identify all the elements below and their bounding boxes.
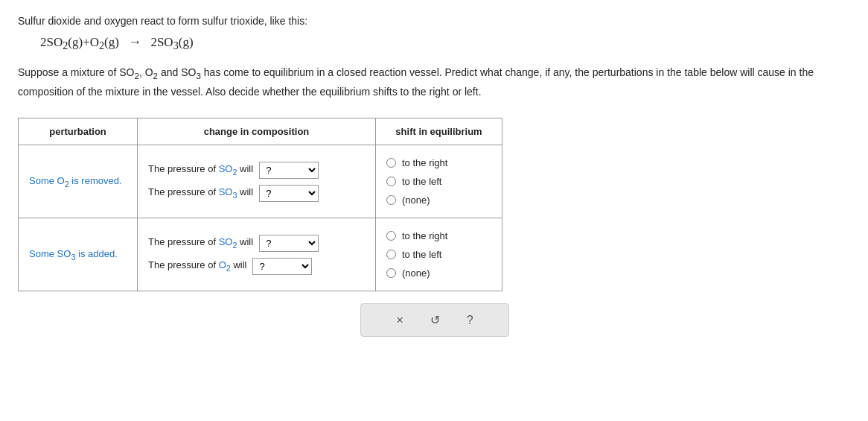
so2-pressure-dropdown-2[interactable]: ? increase decrease stay the same (259, 235, 319, 252)
equilibrium-table: perturbation change in composition shift… (18, 118, 502, 291)
radio-input-none-2[interactable] (386, 268, 396, 278)
equation-block: 2SO2(g)+O2(g) → 2SO3(g) (40, 34, 850, 52)
radio-left-2[interactable]: to the left (386, 249, 491, 260)
header-perturbation: perturbation (19, 118, 138, 145)
radio-right-2[interactable]: to the right (386, 230, 491, 241)
description-text: Suppose a mixture of SO2, O2 and SO3 has… (18, 64, 837, 100)
radio-input-right-2[interactable] (386, 231, 396, 241)
header-equilibrium: shift in equilibrium (376, 118, 502, 145)
header-composition: change in composition (138, 118, 376, 145)
equation-right: 2SO3(g) (150, 35, 193, 49)
composition-row-1a: The pressure of SO2 will ? increase decr… (148, 162, 365, 179)
composition-row-1b: The pressure of SO3 will ? increase decr… (148, 185, 365, 202)
arrow-icon: → (128, 34, 141, 49)
composition-cell-2: The pressure of SO2 will ? increase decr… (138, 218, 376, 291)
radio-group-1: to the right to the left (none) (386, 151, 491, 212)
reset-button[interactable]: ↺ (426, 311, 444, 329)
perturbation-cell-2: Some SO3 is added. (19, 218, 138, 291)
equilibrium-cell-1: to the right to the left (none) (376, 145, 502, 218)
composition-cell-1: The pressure of SO2 will ? increase decr… (138, 145, 376, 218)
perturbation-cell-1: Some O2 is removed. (19, 145, 138, 218)
o2-pressure-dropdown-2[interactable]: ? increase decrease stay the same (252, 258, 312, 275)
intro-line1: Sulfur dioxide and oxygen react to form … (18, 15, 850, 27)
so2-pressure-dropdown-1[interactable]: ? increase decrease stay the same (259, 162, 319, 179)
radio-right-1[interactable]: to the right (386, 157, 491, 168)
radio-input-right-1[interactable] (386, 158, 396, 168)
composition-row-2a: The pressure of SO2 will ? increase decr… (148, 235, 365, 252)
close-button[interactable]: × (392, 312, 407, 329)
radio-group-2: to the right to the left (none) (386, 224, 491, 285)
composition-row-2b: The pressure of O2 will ? increase decre… (148, 258, 365, 275)
radio-left-1[interactable]: to the left (386, 176, 491, 187)
table-row: Some SO3 is added. The pressure of SO2 w… (19, 218, 502, 291)
toolbar: × ↺ ? (360, 303, 509, 337)
radio-none-1[interactable]: (none) (386, 194, 491, 206)
help-button[interactable]: ? (462, 312, 478, 329)
radio-input-none-1[interactable] (386, 195, 396, 205)
radio-input-left-1[interactable] (386, 177, 396, 186)
table-row: Some O2 is removed. The pressure of SO2 … (19, 145, 502, 218)
radio-input-left-2[interactable] (386, 250, 396, 259)
equation-left: 2SO2(g)+O2(g) (40, 35, 119, 49)
so3-pressure-dropdown-1[interactable]: ? increase decrease stay the same (259, 185, 319, 202)
equilibrium-cell-2: to the right to the left (none) (376, 218, 502, 291)
radio-none-2[interactable]: (none) (386, 268, 491, 279)
